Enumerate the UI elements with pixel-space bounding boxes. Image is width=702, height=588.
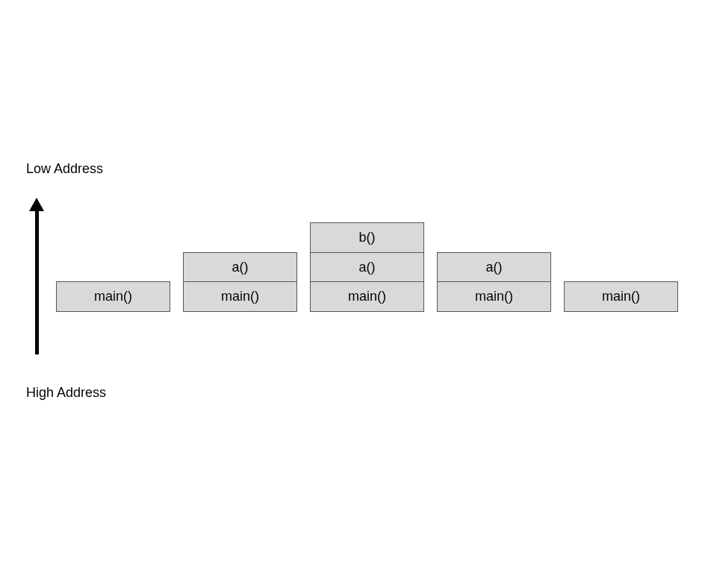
stack-1: main() bbox=[56, 281, 170, 312]
stack-frame: b() bbox=[310, 222, 424, 253]
stack-frame: a() bbox=[437, 252, 551, 283]
stack-frame: main() bbox=[437, 281, 551, 312]
stack-4: a() main() bbox=[437, 252, 551, 313]
address-arrow bbox=[30, 198, 45, 354]
low-address-label: Low Address bbox=[26, 161, 103, 177]
arrow-line bbox=[35, 204, 39, 354]
stack-frame: main() bbox=[56, 281, 170, 312]
stack-frame: a() bbox=[310, 252, 424, 283]
stack-frame: main() bbox=[564, 281, 678, 312]
stack-3: b() a() main() bbox=[310, 222, 424, 312]
stack-5: main() bbox=[564, 281, 678, 312]
high-address-label: High Address bbox=[26, 385, 106, 401]
stack-frame: a() bbox=[183, 252, 297, 283]
stack-frame: main() bbox=[183, 281, 297, 312]
stack-2: a() main() bbox=[183, 252, 297, 313]
stack-frame: main() bbox=[310, 281, 424, 312]
stacks-area: main() a() main() b() a() main() a() mai… bbox=[56, 215, 691, 312]
